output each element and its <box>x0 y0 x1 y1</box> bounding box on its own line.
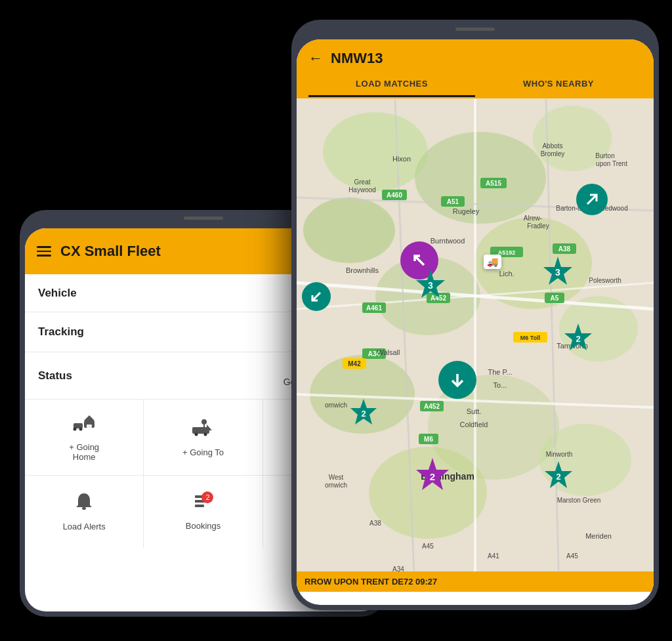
map-bottom-bar: RROW UPON TRENT DE72 09:27 <box>297 571 654 592</box>
svg-text:Sutt.: Sutt. <box>467 407 482 415</box>
svg-point-8 <box>195 432 198 436</box>
phone-right-screen: ← NMW13 LOAD MATCHES WHO'S NEARBY <box>297 39 654 605</box>
tracking-label: Tracking <box>38 325 84 339</box>
svg-text:Coldfield: Coldfield <box>460 421 488 428</box>
map-background: A460 A51 A515 A38 A452 A461 A34 A452 M6 <box>297 98 654 592</box>
svg-text:Lich.: Lich. <box>499 270 514 278</box>
svg-text:Rugeley: Rugeley <box>453 207 480 215</box>
svg-point-23 <box>323 112 428 191</box>
bookings-button[interactable]: 2 Bookings <box>144 476 262 548</box>
phone-right: ← NMW13 LOAD MATCHES WHO'S NEARBY <box>291 20 659 610</box>
map-star-2-right[interactable]: 2 <box>562 321 595 354</box>
svg-rect-2 <box>87 424 92 428</box>
map-star-purple-bottom[interactable]: 2 <box>413 456 452 494</box>
tabs-row: LOAD MATCHES WHO'S NEARBY <box>308 72 642 98</box>
bookings-icon: 2 <box>194 493 212 516</box>
svg-text:Meriden: Meriden <box>585 532 612 540</box>
svg-text:Minworth: Minworth <box>546 451 573 458</box>
svg-text:Hixon: Hixon <box>392 155 411 163</box>
svg-rect-20 <box>195 505 204 507</box>
svg-text:A461: A461 <box>366 304 382 312</box>
svg-text:A38: A38 <box>369 520 381 527</box>
svg-text:3: 3 <box>428 280 433 291</box>
map-area[interactable]: A460 A51 A515 A38 A452 A461 A34 A452 M6 <box>297 98 654 592</box>
svg-text:M6 Toll: M6 Toll <box>520 335 540 341</box>
nmw-title: NMW13 <box>331 50 383 67</box>
svg-point-26 <box>303 197 395 263</box>
svg-text:2: 2 <box>430 471 435 482</box>
map-star-3-right[interactable]: 3 <box>541 255 575 289</box>
svg-marker-1 <box>84 415 94 421</box>
svg-line-98 <box>312 293 320 300</box>
svg-text:A45: A45 <box>566 552 578 560</box>
map-star-3-left[interactable]: 3 <box>413 268 448 302</box>
svg-text:AbbotsBromley: AbbotsBromley <box>541 142 565 157</box>
tab-whos-nearby[interactable]: WHO'S NEARBY <box>475 72 642 97</box>
svg-text:A452: A452 <box>424 403 440 410</box>
svg-text:A45: A45 <box>422 543 434 550</box>
svg-line-97 <box>587 195 597 204</box>
svg-point-24 <box>415 132 546 224</box>
map-pin-teal-2[interactable] <box>302 282 331 311</box>
vehicle-label: Vehicle <box>38 287 77 300</box>
svg-text:Marston Green: Marston Green <box>557 497 601 504</box>
svg-text:M6: M6 <box>424 436 433 443</box>
bookings-icon-wrap: 2 <box>194 493 212 516</box>
left-app-title: CX Small Fleet <box>60 243 161 260</box>
svg-text:A515: A515 <box>486 180 501 187</box>
svg-point-10 <box>201 419 207 424</box>
nmw-title-row: ← NMW13 <box>308 39 642 72</box>
menu-icon[interactable] <box>37 246 51 257</box>
truck-map-icon: 🚚 <box>484 255 501 269</box>
map-star-2-left[interactable]: 2 <box>348 397 379 428</box>
right-header: ← NMW13 LOAD MATCHES WHO'S NEARBY <box>297 39 654 98</box>
svg-line-99 <box>415 256 424 265</box>
svg-point-9 <box>204 432 207 436</box>
back-button[interactable]: ← <box>308 50 323 67</box>
svg-text:The P...: The P... <box>488 368 512 376</box>
svg-rect-17 <box>82 507 86 510</box>
bookings-label: Bookings <box>186 521 220 531</box>
load-alerts-label: Load Alerts <box>63 522 106 531</box>
svg-text:2: 2 <box>361 409 366 419</box>
notch-left <box>184 217 223 220</box>
svg-marker-7 <box>207 424 212 430</box>
svg-text:2: 2 <box>556 472 560 482</box>
going-to-label: + Going To <box>182 447 224 457</box>
svg-text:Burntwood: Burntwood <box>430 237 465 245</box>
svg-text:2: 2 <box>576 334 580 344</box>
svg-text:A41: A41 <box>488 552 499 560</box>
bottom-bar-text: RROW UPON TRENT DE72 09:27 <box>304 577 437 587</box>
svg-point-4 <box>74 428 77 431</box>
map-star-2-bottom-right[interactable]: 2 <box>542 459 575 492</box>
svg-text:3: 3 <box>555 267 560 278</box>
svg-text:A460: A460 <box>387 192 402 199</box>
map-pin-teal-1[interactable] <box>576 184 608 215</box>
going-home-icon <box>72 413 96 437</box>
tab-load-matches[interactable]: LOAD MATCHES <box>308 72 475 97</box>
svg-point-5 <box>79 428 83 431</box>
map-pin-teal-center[interactable] <box>438 361 476 399</box>
svg-text:Walsall: Walsall <box>377 348 400 356</box>
svg-text:A5: A5 <box>551 295 559 302</box>
notch-right <box>455 28 495 31</box>
going-home-button[interactable]: + GoingHome <box>25 400 144 475</box>
svg-text:To...: To... <box>494 381 507 389</box>
svg-text:A38: A38 <box>558 245 571 253</box>
going-to-button[interactable]: + Going To <box>144 400 262 475</box>
svg-text:A51: A51 <box>447 198 459 205</box>
svg-text:Brownhills: Brownhills <box>346 266 379 274</box>
going-to-icon <box>191 418 215 442</box>
svg-text:omwich: omwich <box>325 402 347 409</box>
load-alerts-button[interactable]: Load Alerts <box>25 476 144 548</box>
status-label: Status <box>38 369 72 383</box>
svg-text:M42: M42 <box>348 360 361 367</box>
svg-text:Polesworth: Polesworth <box>589 277 621 284</box>
load-alerts-icon <box>75 492 93 516</box>
going-home-label: + GoingHome <box>69 442 99 462</box>
